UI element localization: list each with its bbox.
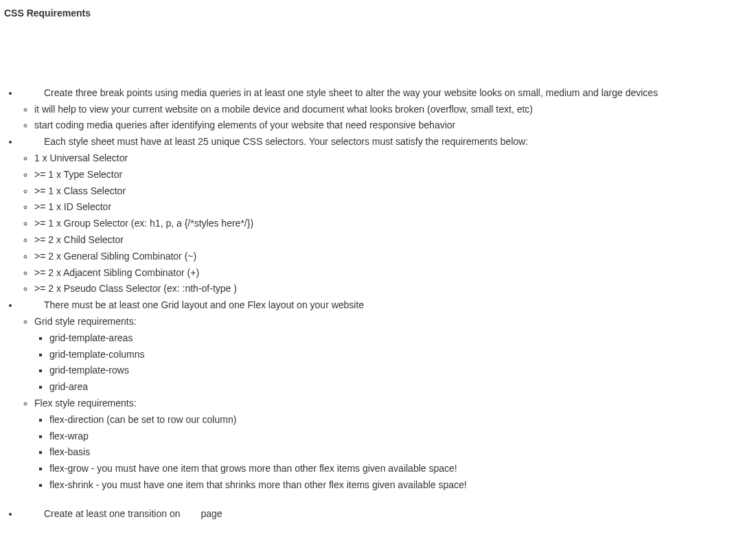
sub-bullet-flex: Flex style requirements: flex-direction … [34,395,752,494]
bullet-text-part1: Create at least one transition on [19,506,180,523]
sub-sub-bullet: flex-direction (can be set to row our co… [49,412,752,428]
requirements-list: Create three break points using media qu… [4,85,752,523]
sub-bullet-text: >= 1 x Type Selector [34,169,122,180]
sub-bullet: 1 x Universal Selector [34,150,752,167]
bullet-text-part2: page [201,508,222,519]
bullet-text: Create three break points using media qu… [19,85,658,102]
faded-placeholder-block [4,25,752,82]
bullet-layouts: There must be at least one Grid layout a… [19,297,752,494]
sub-bullet-text: >= 1 x ID Selector [34,201,111,212]
sub-sub-bullet: flex-grow - you must have one item that … [49,461,752,477]
sub-sub-bullet-text: grid-area [49,381,88,392]
sub-bullet-text: >= 2 x Adjacent Sibling Combinator (+) [34,267,199,278]
sub-sub-bullet: grid-template-rows [49,363,752,379]
sub-sub-bullet-text: flex-grow - you must have one item that … [49,463,457,474]
sub-sub-bullet-text: flex-basis [49,446,90,457]
sub-bullet-text: Flex style requirements: [34,398,137,409]
sub-sub-bullet: flex-shrink - you must have one item tha… [49,477,752,494]
sub-bullet: >= 1 x Class Selector [34,183,752,200]
sub-bullet-text: Grid style requirements: [34,316,137,327]
sub-sublist: grid-template-areas grid-template-column… [34,330,752,395]
sub-sub-bullet-text: grid-template-columns [49,349,145,360]
sub-bullet: >= 2 x Adjacent Sibling Combinator (+) [34,265,752,282]
sub-bullet-text: >= 2 x General Sibling Combinator (~) [34,251,196,262]
sub-sub-bullet-text: flex-shrink - you must have one item tha… [49,479,467,490]
bullet-transition: Create at least one transition onpage [19,506,752,523]
sub-bullet: >= 2 x General Sibling Combinator (~) [34,249,752,265]
sublist: Grid style requirements: grid-template-a… [19,314,752,494]
sub-sub-bullet: grid-template-areas [49,330,752,347]
sub-sub-bullet-text: flex-wrap [49,431,89,441]
bullet-selectors: Each style sheet must have at least 25 u… [19,134,752,297]
sub-sub-bullet-text: flex-direction (can be set to row our co… [49,414,236,425]
bullet-media-queries: Create three break points using media qu… [19,85,752,134]
bullet-text: Each style sheet must have at least 25 u… [19,134,528,150]
sublist: 1 x Universal Selector >= 1 x Type Selec… [19,150,752,297]
sub-bullet-text: >= 1 x Class Selector [34,185,126,196]
sub-bullet-text: start coding media queries after identif… [34,119,455,130]
sub-bullet: >= 2 x Pseudo Class Selector (ex: :nth-o… [34,281,752,297]
sub-bullet-text: >= 1 x Group Selector (ex: h1, p, a {/*s… [34,218,253,229]
sub-sub-bullet: grid-area [49,379,752,395]
sub-bullet: >= 2 x Child Selector [34,232,752,249]
sub-bullet-grid: Grid style requirements: grid-template-a… [34,314,752,395]
sub-bullet: start coding media queries after identif… [34,117,752,134]
sub-sub-bullet: flex-wrap [49,428,752,445]
sublist: it will help to view your current websit… [19,102,752,135]
sub-bullet-text: it will help to view your current websit… [34,104,533,115]
sub-sub-bullet-text: grid-template-rows [49,365,129,376]
sub-sublist: flex-direction (can be set to row our co… [34,412,752,494]
bullet-text: There must be at least one Grid layout a… [19,297,364,314]
sub-bullet: >= 1 x Type Selector [34,167,752,183]
sub-bullet-text: >= 2 x Pseudo Class Selector (ex: :nth-o… [34,283,237,294]
section-heading: CSS Requirements [4,5,752,22]
sub-bullet-text: >= 2 x Child Selector [34,234,124,245]
sub-sub-bullet: grid-template-columns [49,347,752,363]
sub-bullet: >= 1 x Group Selector (ex: h1, p, a {/*s… [34,216,752,232]
sub-bullet: >= 1 x ID Selector [34,199,752,216]
sub-bullet: it will help to view your current websit… [34,102,752,118]
sub-sub-bullet-text: grid-template-areas [49,332,133,343]
sub-bullet-text: 1 x Universal Selector [34,152,128,163]
sub-sub-bullet: flex-basis [49,444,752,461]
